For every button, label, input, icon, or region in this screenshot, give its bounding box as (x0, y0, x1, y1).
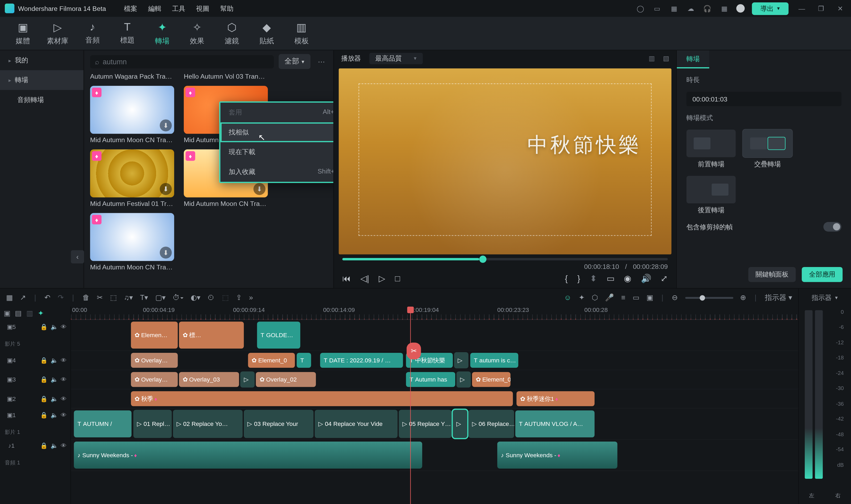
display-icon[interactable]: ▭ (652, 4, 662, 13)
timeline-clip[interactable]: Tautumn is c… (470, 353, 518, 368)
record-icon[interactable]: ◯ (635, 4, 645, 13)
export-button[interactable]: 導出▾ (752, 2, 788, 15)
timeline-clip[interactable]: ✿Elemen… (131, 322, 178, 348)
timeline-clip[interactable]: ✿Overlay… (131, 353, 178, 368)
timeline-clip[interactable]: ✿Element_02 (472, 372, 510, 387)
inspector-tab-transition[interactable]: 轉場 (677, 51, 709, 69)
duration-input[interactable]: 00:00:01:03 (687, 92, 841, 106)
more-options-button[interactable]: ⋯ (315, 57, 327, 66)
filter-dropdown[interactable]: 全部▾ (279, 54, 311, 69)
gallery-item[interactable]: ♦⬇Mid Autumn Moon CN Tra… (90, 86, 174, 143)
close-button[interactable]: ✕ (834, 4, 846, 12)
ratio-button[interactable]: ⬍ (590, 274, 597, 283)
tl-tool-arrow[interactable]: ↗ (20, 293, 26, 302)
timeline-tracks[interactable]: 00:0000:00:04:1900:00:09:1400:00:14:0900… (71, 307, 798, 504)
timeline-clip[interactable]: T (297, 353, 311, 368)
tl-mode-3[interactable]: ▥ (26, 309, 33, 318)
snapshot-mode-icon[interactable]: ▧ (663, 54, 669, 62)
minimize-button[interactable]: ― (796, 5, 807, 12)
tab-effect[interactable]: ✧效果 (180, 18, 213, 48)
maximize-button[interactable]: ❐ (815, 4, 827, 12)
tab-template[interactable]: ▥模板 (284, 18, 318, 48)
timeline-clip[interactable]: ✿標… (179, 322, 244, 348)
headphone-icon[interactable]: 🎧 (702, 4, 712, 13)
compare-icon[interactable]: ▥ (649, 54, 655, 62)
download-icon[interactable]: ⬇ (160, 247, 172, 258)
library-icon[interactable]: ▦ (669, 4, 679, 13)
timeline-clip[interactable]: ✿Element_0 (248, 353, 295, 368)
playhead[interactable] (410, 307, 411, 504)
timeline-clip[interactable]: ♪Sunny Weekends - ♦ (74, 442, 422, 469)
zoom-in-button[interactable]: ⊕ (740, 293, 746, 302)
timeline-clip[interactable]: ▷ (454, 352, 468, 368)
timeline-clip[interactable]: ▷02 Replace Yo… (173, 410, 243, 438)
mode-prefix[interactable]: 前置轉場 (687, 130, 735, 169)
timeline-clip[interactable]: ▷ (453, 410, 467, 438)
avatar-icon[interactable] (736, 4, 745, 13)
tab-transition[interactable]: ✦轉場 (145, 18, 179, 48)
more-tl-button[interactable]: » (249, 293, 253, 302)
timeline-clip[interactable]: ▷03 Replace Your (244, 410, 314, 438)
color-button[interactable]: ◐▾ (191, 293, 200, 302)
tab-media[interactable]: ▣媒體 (6, 18, 40, 48)
marker-button[interactable]: ⬡ (592, 293, 598, 302)
redo-button[interactable]: ↷ (58, 293, 64, 302)
keyframe-panel-button[interactable]: 關鍵幀面板 (748, 267, 796, 282)
ctx-favorite[interactable]: 加入收藏Shift+F (221, 162, 333, 182)
volume-button[interactable]: 🔊 (641, 274, 651, 283)
mark-in-button[interactable]: { (565, 274, 568, 283)
menu-view[interactable]: 視圖 (196, 4, 209, 13)
shape-button[interactable]: ▢▾ (155, 293, 166, 302)
mode-postfix[interactable]: 後置轉場 (687, 176, 735, 215)
search-input[interactable]: ⌕ autumn (90, 55, 274, 68)
fullscreen-button[interactable]: ⤢ (661, 274, 668, 283)
tl-mode-4[interactable]: ✦ (38, 309, 44, 318)
scrub-knob[interactable] (479, 256, 486, 263)
timeline-clip[interactable]: ✿秋季迷你1 ♦ (517, 391, 595, 406)
subtitle-button[interactable]: ▣ (646, 293, 653, 302)
prev-frame-button[interactable]: ⏮ (342, 274, 351, 283)
tl-mode-2[interactable]: ▤ (15, 309, 21, 318)
indicator-dropdown[interactable]: 指示器 ▾ (765, 292, 792, 303)
apps-icon[interactable]: ▦ (719, 4, 729, 13)
download-icon[interactable]: ⬇ (254, 183, 265, 195)
apply-all-button[interactable]: 全部應用 (802, 267, 843, 282)
mark-out-button[interactable]: } (577, 274, 580, 283)
ctx-apply[interactable]: 套用Alt+A (221, 103, 333, 123)
zoom-slider[interactable] (685, 297, 733, 299)
timeline-clip[interactable]: ▷ (456, 372, 471, 388)
timeline-clip[interactable]: ▷ (240, 372, 255, 388)
step-back-button[interactable]: ◁| (360, 274, 369, 283)
menu-file[interactable]: 檔案 (124, 4, 137, 13)
timeline-ruler[interactable]: 00:0000:00:04:1900:00:09:1400:00:14:0900… (71, 307, 798, 320)
cut-indicator[interactable]: ✂ (406, 342, 421, 359)
tl-mode-1[interactable]: ▣ (4, 309, 11, 318)
trim-toggle[interactable] (823, 222, 841, 232)
menu-tools[interactable]: 工具 (172, 4, 185, 13)
group-button[interactable]: ⬚ (222, 293, 229, 302)
tab-filter[interactable]: ⬡濾鏡 (215, 18, 248, 48)
mode-overlap[interactable]: 交疊轉場 (743, 130, 792, 169)
text-button[interactable]: T▾ (140, 293, 148, 302)
mute-icon[interactable]: 🔈 (51, 323, 58, 330)
enhance-button[interactable]: ✦ (579, 293, 585, 302)
detach-button[interactable]: ▭ (607, 274, 614, 283)
menu-edit[interactable]: 編輯 (148, 4, 161, 13)
speed-button[interactable]: ⏱▾ (173, 293, 184, 302)
music-button[interactable]: ♫▾ (124, 293, 133, 302)
mic-button[interactable]: 🎤 (605, 293, 614, 302)
play-button[interactable]: ▷ (379, 274, 385, 283)
timeline-clip[interactable]: ✿Overlay_03 (179, 372, 239, 387)
sidebar-item-audio-transition[interactable]: 音頻轉場 (0, 90, 84, 110)
tl-tool-apps[interactable]: ▦ (6, 293, 13, 302)
timeline-clip[interactable]: ▷06 Replace… (468, 410, 514, 438)
timeline-clip[interactable]: ✿Overlay_02 (256, 372, 316, 387)
lock-icon[interactable]: 🔒 (40, 323, 47, 330)
tab-title[interactable]: T標題 (111, 19, 144, 48)
cloud-icon[interactable]: ☁ (686, 4, 695, 13)
undo-button[interactable]: ↶ (45, 293, 51, 302)
share-button[interactable]: ⇪ (236, 293, 242, 302)
timeline-clip[interactable]: ▷04 Replace Your Vide (315, 410, 398, 438)
timeline-clip[interactable]: ▷05 Replace Y… (399, 410, 452, 438)
ai-button[interactable]: ☺ (564, 293, 572, 302)
